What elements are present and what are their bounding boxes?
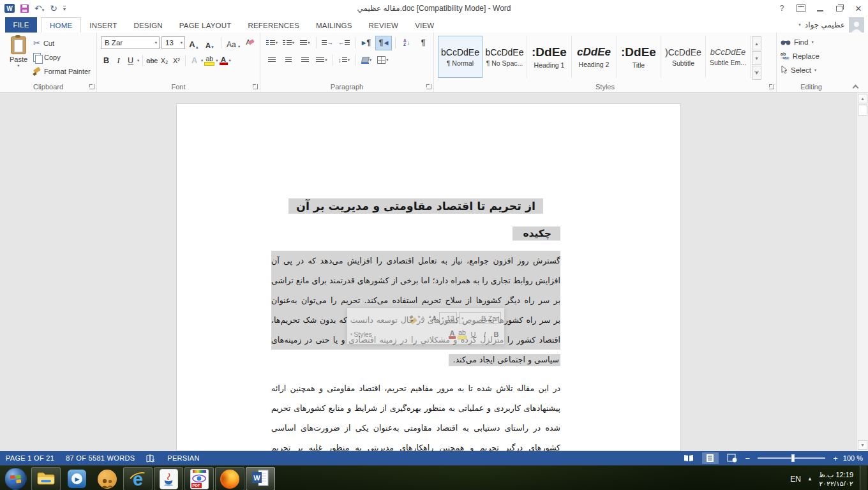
start-button[interactable] [1,467,30,490]
help-button[interactable]: ? [772,0,791,17]
document-page[interactable]: از تحریم تا اقتصاد مقاومتی و مدیریت بر آ… [176,103,681,451]
page-indicator[interactable]: PAGE 1 OF 21 [6,454,54,462]
read-mode-button[interactable] [680,452,697,464]
ltr-direction-button[interactable]: ▶¶ [359,36,374,50]
zoom-level[interactable]: 100 % [843,454,863,462]
paragraph-dialog-launcher[interactable] [426,84,431,89]
style-no-spacing[interactable]: bCcDdEe¶ No Spac... [483,36,527,78]
styles-dialog-launcher[interactable] [769,84,774,89]
minimize-button[interactable] [811,0,830,17]
collapse-ribbon-button[interactable] [853,84,858,89]
rtl-direction-button[interactable]: ¶◀ [375,36,392,50]
undo-caret-icon[interactable]: ▾ [42,8,45,12]
subscript-button[interactable]: X₂ [159,54,170,68]
tab-insert[interactable]: INSERT [81,18,125,33]
proofing-errors-icon[interactable]: x [146,454,156,463]
taskbar-java[interactable] [154,467,183,490]
select-button[interactable]: Select▾ [781,63,843,77]
font-color-button[interactable]: A [220,56,228,65]
shading-button[interactable]: ▾ [359,54,374,67]
word-count[interactable]: 87 OF 5581 WORDS [66,454,135,462]
font-color-caret-icon[interactable]: ▾ [229,58,231,63]
find-button[interactable]: Find▾ [781,35,843,49]
zoom-in-button[interactable]: + [833,454,838,463]
word-app-icon[interactable]: W [4,4,15,13]
mini-styles-button[interactable]: Styles▾ [350,330,372,338]
ribbon-display-options-button[interactable]: ⌃ [791,0,811,17]
style-subtle-emphasis[interactable]: bCcDdEeSubtle Em... [706,36,751,78]
copy-button[interactable]: Copy [33,51,91,63]
italic-button[interactable]: I [113,54,124,68]
zoom-slider[interactable] [758,457,825,459]
tab-home[interactable]: HOME [41,17,81,33]
format-painter-button[interactable]: Format Painter [33,65,91,77]
tab-design[interactable]: DESIGN [125,18,170,33]
line-spacing-button[interactable]: ↕▾ [336,54,352,67]
scroll-up-button[interactable]: ▲ [858,94,867,103]
decrease-indent-button[interactable]: → [320,36,335,50]
undo-button[interactable]: ↶▾ [34,3,44,14]
multilevel-list-button[interactable]: ▾ [297,36,313,50]
clipboard-dialog-launcher[interactable] [89,84,94,89]
style-title[interactable]: :DdEeTitle [617,36,661,78]
tab-file[interactable]: FILE [5,17,37,33]
styles-scroll-down-button[interactable]: ▼ [752,51,761,65]
text-effects-button[interactable]: A [189,54,200,68]
tab-references[interactable]: REFERENCES [239,18,308,33]
styles-gallery-more-button[interactable]: ▼ [752,66,761,80]
taskbar-clock[interactable]: 12:19 ب.ظ ۲۰۲۲/۱۵/۰۲ [819,470,853,488]
web-layout-button[interactable] [724,452,740,464]
numbering-button[interactable]: ▾ [281,36,296,50]
tab-page-layout[interactable]: PAGE LAYOUT [171,18,240,33]
increase-indent-button[interactable]: ← [336,36,352,50]
print-layout-button[interactable] [702,452,719,464]
align-left-button[interactable] [264,54,280,67]
cut-button[interactable]: ✂Cut [33,37,91,49]
style-heading2[interactable]: cDdEeHeading 2 [572,36,617,78]
bullets-button[interactable]: ▾ [264,36,280,50]
underline-caret-icon[interactable]: ▾ [137,58,139,63]
bold-button[interactable]: B [101,54,112,68]
grow-font-button[interactable]: A▲ [187,36,201,49]
language-tray-indicator[interactable]: EN [790,475,801,484]
mini-numbering-button[interactable] [426,330,435,338]
align-center-button[interactable] [281,54,296,67]
style-heading1[interactable]: :DdEeHeading 1 [527,36,572,78]
show-hidden-icons-button[interactable]: ▲ [807,476,812,482]
close-button[interactable]: ✕ [849,0,868,17]
mini-font-family-combobox[interactable]: B Zar▾ [459,312,501,324]
mini-shrink-font-button[interactable]: A▼ [416,315,426,322]
clear-formatting-icon[interactable] [246,40,254,47]
show-desktop-button[interactable] [860,466,867,490]
mini-toolbar[interactable]: B Zar▾ 13▾ A▲ A▼ B I U ab A Styles▾ [347,308,505,345]
zoom-slider-thumb[interactable] [791,454,795,462]
taskbar-media-player[interactable]: ▶ [62,467,91,490]
scroll-down-button[interactable]: ▼ [858,440,867,450]
redo-icon[interactable]: ↻ [50,4,57,13]
styles-scroll-up-button[interactable]: ▲ [752,36,761,50]
style-subtitle[interactable]: )CcDdEeSubtitle [661,36,706,78]
tab-view[interactable]: VIEW [407,18,442,33]
scrollbar-thumb[interactable] [858,105,867,115]
show-hide-marks-button[interactable]: ¶ [415,36,431,50]
taskbar-pdf-viewer[interactable]: PDF [184,467,214,490]
align-right-button[interactable] [297,54,313,67]
sort-button[interactable]: AZ↓ [399,36,414,50]
text-highlight-button[interactable]: ab [204,56,214,66]
borders-button[interactable]: ▾ [375,54,391,67]
account-menu[interactable]: ▾ عظيمي جواد [798,17,864,33]
mini-bullets-button[interactable] [437,330,447,338]
strikethrough-button[interactable]: abc [146,54,158,68]
mini-italic-button[interactable]: I [480,330,490,338]
shrink-font-button[interactable]: A▼ [203,36,217,49]
save-icon[interactable] [20,4,29,13]
tab-review[interactable]: REVIEW [361,18,407,33]
justify-button[interactable]: ▾ [314,54,329,67]
taskbar-file-explorer[interactable] [31,467,61,490]
taskbar-firefox[interactable] [215,467,244,490]
chevron-down-icon[interactable]: ▾ [155,40,157,45]
taskbar-people[interactable] [93,467,122,490]
restore-button[interactable] [830,0,849,17]
highlight-caret-icon[interactable]: ▾ [216,58,218,63]
mini-font-size-combobox[interactable]: 13▾ [439,312,457,324]
